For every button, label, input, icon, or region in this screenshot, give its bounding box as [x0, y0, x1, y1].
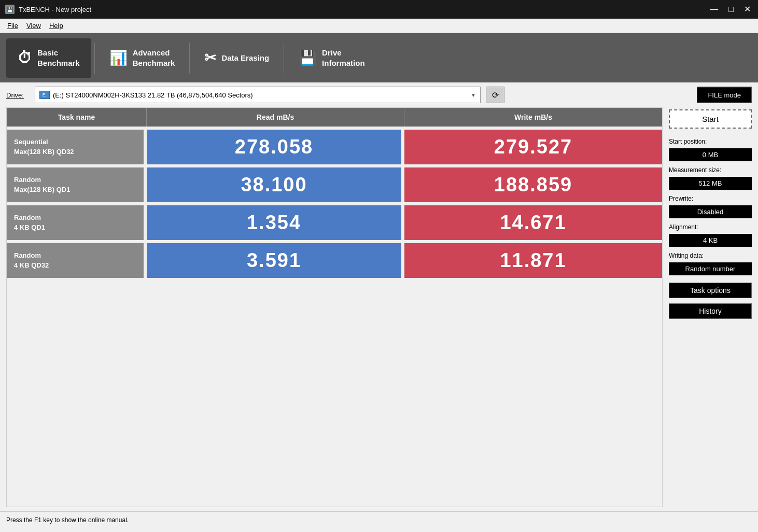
read-random-4kb-qd1: 1.354	[147, 205, 404, 240]
toolbar: ⏱ Basic Benchmark 📊 Advanced Benchmark ✂…	[0, 33, 758, 82]
file-mode-container: FILE mode	[697, 87, 752, 103]
toolbar-divider-2	[189, 43, 190, 74]
col-read: Read mB/s	[147, 108, 404, 127]
title-bar: 💾 TxBENCH - New project — □ ✕	[0, 0, 758, 19]
drive-selection-area: Drive: E: (E:) ST24000NM002H-3KS133 21.8…	[0, 82, 758, 107]
toolbar-divider-3	[284, 43, 284, 74]
minimize-button[interactable]: —	[708, 5, 720, 13]
task-name-random-4kb-qd1: Random 4 KB QD1	[7, 205, 147, 240]
drive-type-icon: E:	[39, 91, 50, 99]
reload-button[interactable]: ⟳	[486, 87, 504, 103]
drive-label: Drive:	[6, 91, 30, 99]
table-header: Task name Read mB/s Write mB/s	[7, 108, 662, 127]
status-text: Press the F1 key to show the online manu…	[6, 516, 129, 524]
close-button[interactable]: ✕	[742, 5, 753, 13]
status-bar: Press the F1 key to show the online manu…	[0, 511, 758, 528]
side-panel: Start Start position: 0 MB Measurement s…	[669, 107, 752, 507]
alignment-value: 4 KB	[669, 234, 752, 247]
task-options-button[interactable]: Task options	[669, 283, 752, 298]
start-position-label: Start position:	[669, 138, 752, 145]
maximize-button[interactable]: □	[726, 5, 736, 13]
title-bar-controls: — □ ✕	[708, 5, 753, 13]
menu-bar: File View Help	[0, 19, 758, 33]
title-bar-left: 💾 TxBENCH - New project	[5, 5, 91, 14]
measurement-size-label: Measurement size:	[669, 166, 752, 174]
drive-value: (E:) ST24000NM002H-3KS133 21.82 TB (46,8…	[53, 91, 253, 99]
prewrite-value: Disabled	[669, 205, 752, 218]
tab-basic-benchmark[interactable]: ⏱ Basic Benchmark	[6, 38, 91, 78]
measurement-size-value: 512 MB	[669, 177, 752, 190]
write-random-128-qd1: 188.859	[404, 167, 662, 202]
drive-information-label: Drive Information	[322, 48, 365, 68]
table-row: Sequential Max(128 KB) QD32 278.058 279.…	[7, 127, 662, 164]
start-button[interactable]: Start	[669, 109, 752, 129]
advanced-benchmark-label: Advanced Benchmark	[133, 48, 175, 68]
alignment-label: Alignment:	[669, 223, 752, 231]
dropdown-arrow-icon: ▼	[471, 92, 476, 98]
data-erasing-icon: ✂	[204, 49, 216, 66]
table-row: Random 4 KB QD1 1.354 14.671	[7, 202, 662, 240]
task-name-sequential: Sequential Max(128 KB) QD32	[7, 130, 147, 164]
start-position-value: 0 MB	[669, 148, 752, 161]
tab-data-erasing[interactable]: ✂ Data Erasing	[193, 38, 280, 78]
window-title: TxBENCH - New project	[19, 6, 91, 13]
benchmark-table: Task name Read mB/s Write mB/s Sequentia…	[6, 107, 663, 507]
basic-benchmark-label: Basic Benchmark	[37, 48, 80, 68]
writing-data-value: Random number	[669, 262, 752, 275]
menu-view[interactable]: View	[22, 20, 45, 31]
file-mode-button[interactable]: FILE mode	[697, 87, 752, 103]
table-row: Random Max(128 KB) QD1 38.100 188.859	[7, 164, 662, 202]
drive-select-inner: E: (E:) ST24000NM002H-3KS133 21.82 TB (4…	[39, 91, 253, 99]
menu-help[interactable]: Help	[45, 20, 67, 31]
read-sequential: 278.058	[147, 130, 404, 164]
tab-advanced-benchmark[interactable]: 📊 Advanced Benchmark	[98, 38, 187, 78]
menu-file[interactable]: File	[3, 20, 22, 31]
write-random-4kb-qd32: 11.871	[404, 243, 662, 278]
advanced-benchmark-icon: 📊	[109, 49, 128, 66]
writing-data-label: Writing data:	[669, 252, 752, 259]
data-erasing-label: Data Erasing	[221, 53, 269, 63]
basic-benchmark-icon: ⏱	[18, 49, 32, 66]
col-write: Write mB/s	[404, 108, 662, 127]
read-random-4kb-qd32: 3.591	[147, 243, 404, 278]
write-random-4kb-qd1: 14.671	[404, 205, 662, 240]
app-icon: 💾	[5, 5, 15, 14]
drive-information-icon: 💾	[299, 49, 317, 66]
task-name-random-4kb-qd32: Random 4 KB QD32	[7, 243, 147, 278]
table-row: Random 4 KB QD32 3.591 11.871	[7, 240, 662, 278]
task-name-random-128-qd1: Random Max(128 KB) QD1	[7, 167, 147, 202]
prewrite-label: Prewrite:	[669, 195, 752, 202]
col-task-name: Task name	[7, 108, 147, 127]
read-random-128-qd1: 38.100	[147, 167, 404, 202]
tab-drive-information[interactable]: 💾 Drive Information	[287, 38, 376, 78]
drive-dropdown[interactable]: E: (E:) ST24000NM002H-3KS133 21.82 TB (4…	[35, 87, 481, 103]
toolbar-divider-1	[94, 43, 95, 74]
write-sequential: 279.527	[404, 130, 662, 164]
history-button[interactable]: History	[669, 303, 752, 319]
